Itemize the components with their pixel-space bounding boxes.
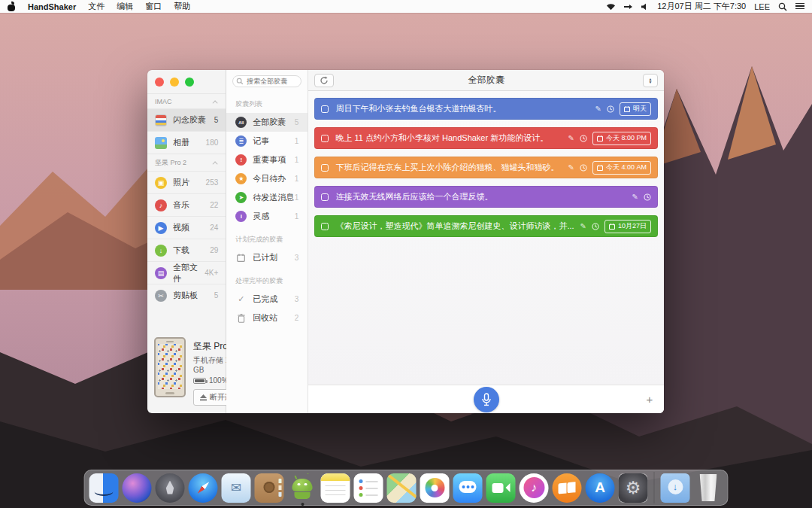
dock-icon-reminders[interactable] (354, 473, 383, 503)
capsule-checkbox[interactable] (321, 164, 329, 172)
sidebar-section-imac[interactable]: IMAC (147, 93, 226, 108)
close-button[interactable] (155, 78, 164, 87)
clock-icon[interactable] (580, 135, 587, 142)
device-panel: 坚果 Pro 2 手机存储 15/64 GB 100% 断开连接 (154, 337, 219, 406)
sidebar-item-albums[interactable]: 相册 180 (147, 131, 226, 154)
due-badge[interactable]: 10月27日 (604, 220, 651, 233)
apple-menu-icon[interactable] (8, 2, 16, 11)
sidebar-item-downloads[interactable]: ↓ 下载 29 (147, 239, 226, 261)
dock-icon-trash[interactable] (694, 473, 723, 503)
clock-icon[interactable] (580, 164, 587, 172)
due-badge[interactable]: 今天 8:00 PM (592, 132, 651, 145)
capsule-text: 《索尼设计，塑造现代》简单追溯索尼创建史、设计师访谈，并... (335, 221, 574, 232)
edit-icon[interactable]: ✎ (595, 105, 601, 113)
dock-icon-mail[interactable]: ✉ (222, 473, 251, 503)
dock-icon-handshaker[interactable] (288, 473, 317, 503)
dock-icon-app-store[interactable]: A (586, 473, 615, 503)
capsule-checkbox[interactable] (321, 223, 329, 230)
refresh-button[interactable] (314, 74, 334, 87)
edit-icon[interactable]: ✎ (580, 222, 586, 230)
capsule-filter-done[interactable]: ✓ 已完成 3 (226, 290, 308, 309)
menu-window[interactable]: 窗口 (145, 1, 162, 12)
sidebar-section-phone[interactable]: 坚果 Pro 2 (147, 154, 226, 171)
dock-icon-messages[interactable] (453, 473, 483, 503)
photos-app-icon (420, 473, 450, 503)
item-count: 5 (214, 291, 219, 300)
due-badge[interactable]: 明天 (620, 102, 651, 116)
main-header: 全部胶囊 ▲▼ (308, 70, 664, 91)
clock-icon[interactable] (607, 105, 614, 113)
capsule-item[interactable]: 下班后记得在京东上买上次小陈介绍的猫粮、猫罐头和猫砂。 ✎ 今天 4:00 AM (314, 157, 658, 178)
sidebar-item-video[interactable]: ▶ 视频 24 (147, 216, 226, 239)
clock-icon[interactable] (592, 223, 599, 230)
sidebar-item-all-files[interactable]: ▤ 全部文件 4K+ (147, 261, 226, 284)
music-icon: ♪ (155, 199, 167, 211)
today-capsule-icon: ★ (235, 173, 247, 184)
capsule-filter-messages[interactable]: ➤ 待发送消息 1 (226, 188, 308, 207)
capsule-filter-trash[interactable]: 回收站 2 (226, 309, 308, 327)
dock-icon-ibooks[interactable] (553, 473, 582, 503)
panel-title: 全部胶囊 (308, 74, 664, 87)
phone-thumbnail (154, 337, 186, 397)
capsule-item[interactable]: 连接无效无线网络后应该给一个合理反馈。 ✎ (314, 186, 658, 208)
capsule-filter-notes[interactable]: ≣ 记事 1 (226, 132, 308, 151)
calendar-icon (597, 135, 603, 141)
capsule-filter-today[interactable]: ★ 今日待办 1 (226, 169, 308, 188)
edit-icon[interactable]: ✎ (568, 134, 574, 142)
capsule-checkbox[interactable] (321, 105, 329, 113)
notification-center-icon[interactable] (795, 3, 804, 10)
sidebar-item-flash-capsules[interactable]: 闪念胶囊 5 (147, 108, 226, 131)
capsule-filter-inspiration[interactable]: i 灵感 1 (226, 207, 308, 226)
dock-icon-finder[interactable] (89, 473, 119, 503)
dock-icon-downloads[interactable]: ↓ (661, 473, 690, 503)
app-menu-title[interactable]: HandShaker (28, 2, 76, 11)
running-indicator (301, 503, 304, 506)
capsule-checkbox[interactable] (321, 193, 329, 201)
item-count: 24 (210, 224, 218, 232)
volume-icon[interactable] (641, 3, 649, 11)
edit-icon[interactable]: ✎ (568, 163, 574, 172)
sort-stepper[interactable]: ▲▼ (643, 74, 658, 87)
dock-icon-facetime[interactable] (486, 473, 516, 503)
dock-icon-notes[interactable] (321, 473, 350, 503)
capsule-checkbox[interactable] (321, 135, 329, 142)
dock-icon-system-preferences[interactable]: ⚙ (619, 473, 648, 503)
refresh-icon (320, 76, 329, 85)
minimize-button[interactable] (170, 78, 179, 87)
sidebar-item-photos[interactable]: ▣ 照片 253 (147, 171, 226, 193)
dock-icon-launchpad[interactable] (156, 473, 185, 503)
sidebar-item-music[interactable]: ♪ 音乐 22 (147, 193, 226, 216)
menu-clock[interactable]: 12月07日 周二 下午7:30 (657, 1, 746, 12)
shortcut-arrows-icon[interactable] (624, 3, 633, 11)
add-capsule-button[interactable]: + (643, 393, 656, 406)
dock-icon-maps[interactable] (387, 473, 417, 503)
capsule-item[interactable]: 《索尼设计，塑造现代》简单追溯索尼创建史、设计师访谈，并... ✎ 10月27日 (314, 215, 658, 237)
trash-icon (235, 314, 247, 323)
menu-edit[interactable]: 编辑 (117, 1, 133, 12)
item-count: 180 (206, 138, 219, 147)
menu-file[interactable]: 文件 (88, 1, 105, 12)
voice-record-button[interactable] (474, 387, 499, 412)
edit-icon[interactable]: ✎ (632, 193, 638, 201)
menu-help[interactable]: 帮助 (174, 1, 190, 12)
sidebar-item-clipboard[interactable]: ✂ 剪贴板 5 (147, 284, 226, 306)
due-badge[interactable]: 今天 4:00 AM (592, 161, 651, 175)
capsule-filter-all[interactable]: All 全部胶囊 5 (226, 113, 308, 132)
dock-icon-safari[interactable] (189, 473, 218, 503)
spotlight-search-icon[interactable] (778, 2, 787, 11)
video-icon: ▶ (155, 222, 167, 234)
dock-icon-siri[interactable] (123, 473, 152, 503)
clock-icon[interactable] (644, 193, 651, 201)
wifi-icon[interactable] (606, 3, 616, 11)
dock-icon-itunes[interactable]: ♪ (520, 473, 549, 503)
capsule-filter-important[interactable]: ! 重要事项 1 (226, 151, 308, 169)
capsule-item[interactable]: 晚上 11 点约小方和小李核对 HandShaker 新功能的设计。 ✎ 今天 … (314, 127, 658, 149)
zoom-button[interactable] (185, 78, 194, 87)
menu-user[interactable]: LEE (754, 2, 770, 11)
dock-icon-contacts[interactable] (255, 473, 284, 503)
item-count: 1 (295, 212, 299, 221)
dock-icon-photos[interactable] (420, 473, 450, 503)
capsule-item[interactable]: 周日下午和小张去钓鱼台银杏大道拍银杏叶。 ✎ 明天 (314, 98, 658, 120)
capsule-filter-planned[interactable]: 已计划 3 (226, 248, 308, 267)
flash-capsule-icon (155, 114, 167, 126)
